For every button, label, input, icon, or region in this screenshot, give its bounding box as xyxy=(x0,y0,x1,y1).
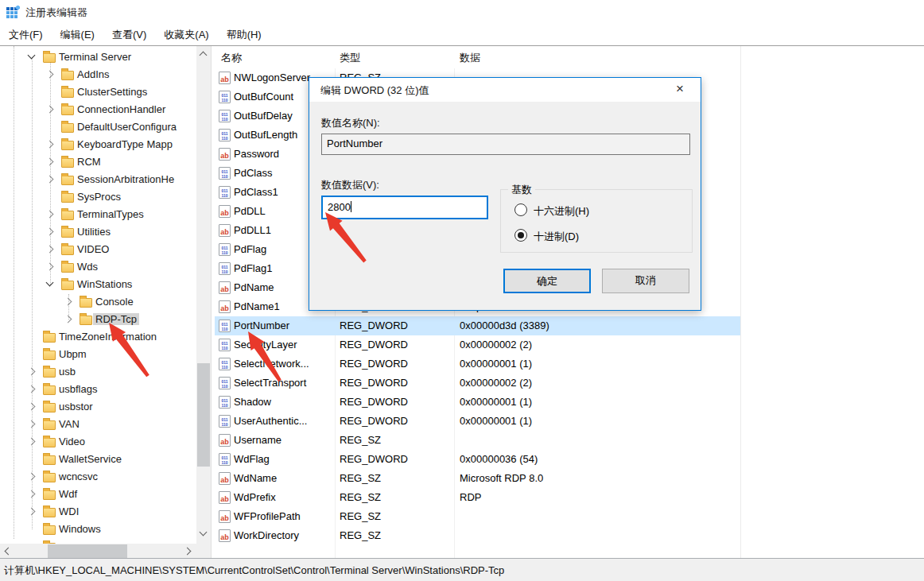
menu-item[interactable]: 查看(V) xyxy=(103,24,155,45)
tree-item-label[interactable]: Windows xyxy=(56,523,103,535)
value-data-field[interactable]: 2800 xyxy=(321,196,488,219)
tree-item-usbstor[interactable]: usbstor xyxy=(0,398,195,416)
table-row[interactable]: WFProfilePathREG_SZ xyxy=(215,507,741,526)
tree-item-label[interactable]: wcncsvc xyxy=(56,471,100,482)
tree-item-connectionhandler[interactable]: ConnectionHandler xyxy=(0,101,195,118)
tree-item-terminaltypes[interactable]: TerminalTypes xyxy=(0,206,195,223)
tree-item-wds[interactable]: Wds xyxy=(0,258,195,276)
table-row[interactable]: 011110SecurityLayerREG_DWORD0x00000002 (… xyxy=(215,335,741,354)
tree-item-label[interactable]: Ubpm xyxy=(56,348,89,360)
tree-item-label[interactable]: WDI xyxy=(56,505,81,517)
chevron-right-icon[interactable] xyxy=(28,490,36,498)
tree-item-label[interactable]: Wdf xyxy=(56,488,80,500)
tree-item-label[interactable]: Console xyxy=(93,296,136,308)
chevron-right-icon[interactable] xyxy=(28,420,36,428)
tree-item-label[interactable]: TerminalTypes xyxy=(75,208,146,220)
tree-horizontal-scrollbar[interactable] xyxy=(0,544,196,559)
tree-item-console[interactable]: Console xyxy=(0,293,195,311)
tree-item-addins[interactable]: AddIns xyxy=(0,66,195,83)
menu-item[interactable]: 帮助(H) xyxy=(218,24,270,45)
menu-item[interactable]: 收藏夹(A) xyxy=(155,24,217,45)
tree-item-rdp-tcp[interactable]: RDP-Tcp xyxy=(0,311,195,328)
table-row[interactable]: 011110WdFlagREG_DWORD0x00000036 (54) xyxy=(215,450,741,469)
tree-item-ubpm[interactable]: Ubpm xyxy=(0,346,195,363)
chevron-right-icon[interactable] xyxy=(46,71,54,79)
chevron-right-icon[interactable] xyxy=(64,316,72,323)
ok-button[interactable]: 确定 xyxy=(503,269,591,293)
chevron-right-icon[interactable] xyxy=(28,508,36,516)
tree-item-clustersettings[interactable]: ClusterSettings xyxy=(0,83,195,101)
tree-item-label[interactable]: RCM xyxy=(75,156,103,168)
table-row[interactable]: 011110ShadowREG_DWORD0x00000001 (1) xyxy=(215,393,741,412)
tree-item-label[interactable]: WinStations xyxy=(75,278,134,290)
chevron-right-icon[interactable] xyxy=(46,176,54,184)
tree-vertical-scrollbar[interactable] xyxy=(196,46,211,544)
tree-item-label[interactable]: Utilities xyxy=(75,226,113,238)
column-header-name[interactable]: 名称 xyxy=(221,51,242,65)
chevron-right-icon[interactable] xyxy=(46,263,54,271)
tree-item-rcm[interactable]: RCM xyxy=(0,153,195,171)
tree-item-windows[interactable]: Windows xyxy=(0,521,195,538)
chevron-down-icon[interactable] xyxy=(28,52,36,60)
value-name-field[interactable]: PortNumber xyxy=(321,134,690,155)
tree-item-label[interactable]: ConnectionHandler xyxy=(75,103,168,115)
tree-item-label[interactable]: AddIns xyxy=(75,68,111,80)
chevron-right-icon[interactable] xyxy=(28,473,36,481)
chevron-right-icon[interactable] xyxy=(46,211,54,219)
tree-item-wdi[interactable]: WDI xyxy=(0,503,195,521)
tree-item-label[interactable]: usb xyxy=(56,366,78,378)
chevron-right-icon[interactable] xyxy=(28,368,36,376)
tree-item-usb[interactable]: usb xyxy=(0,363,195,381)
table-row[interactable]: WdPrefixREG_SZRDP xyxy=(215,488,741,507)
chevron-right-icon[interactable] xyxy=(28,438,36,446)
tree-item-sysprocs[interactable]: SysProcs xyxy=(0,188,195,206)
tree-item-video[interactable]: Video xyxy=(0,433,195,451)
tree-item-label[interactable]: SysProcs xyxy=(75,191,123,203)
column-header-type[interactable]: 类型 xyxy=(340,51,360,65)
tree-item-label[interactable]: KeyboardType Mapp xyxy=(75,138,175,150)
tree-item-label[interactable]: Wds xyxy=(75,261,100,273)
scroll-down-icon[interactable] xyxy=(200,529,208,536)
table-row[interactable]: UsernameREG_SZ xyxy=(215,431,741,450)
tree-item-label[interactable]: VIDEO xyxy=(75,243,111,255)
menu-item[interactable]: 编辑(E) xyxy=(52,24,103,45)
chevron-right-icon[interactable] xyxy=(46,141,54,149)
close-icon[interactable]: × xyxy=(664,78,696,102)
table-row[interactable]: WorkDirectoryREG_SZ xyxy=(215,526,741,545)
table-row[interactable]: 011110SelectNetwork...REG_DWORD0x0000000… xyxy=(215,354,741,374)
table-row[interactable]: 011110UserAuthentic...REG_DWORD0x0000000… xyxy=(215,412,741,431)
chevron-right-icon[interactable] xyxy=(64,298,72,306)
tree-item-usbflags[interactable]: usbflags xyxy=(0,381,195,398)
table-row[interactable]: 011110SelectTransportREG_DWORD0x00000002… xyxy=(215,374,741,393)
tree-item-label[interactable]: usbflags xyxy=(56,383,99,395)
chevron-right-icon[interactable] xyxy=(28,385,36,393)
tree-item-label[interactable]: usbstor xyxy=(56,401,95,413)
tree-item-wcncsvc[interactable]: wcncsvc xyxy=(0,468,195,486)
table-row[interactable]: WdNameREG_SZMicrosoft RDP 8.0 xyxy=(215,469,741,488)
table-row[interactable]: 011110PortNumberREG_DWORD0x00000d3d (338… xyxy=(215,316,741,335)
tree-item-label[interactable]: ClusterSettings xyxy=(75,86,149,98)
tree-item-sessionarbitrationhe[interactable]: SessionArbitrationHe xyxy=(0,171,195,188)
tree-item-label[interactable]: Video xyxy=(56,436,87,447)
radio-button-checked-icon[interactable] xyxy=(514,229,527,242)
tree-item-utilities[interactable]: Utilities xyxy=(0,223,195,241)
chevron-down-icon[interactable] xyxy=(46,279,54,287)
menu-item[interactable]: 文件(F) xyxy=(0,24,52,45)
tree-item-wdf[interactable]: Wdf xyxy=(0,486,195,503)
cancel-button[interactable]: 取消 xyxy=(602,269,689,293)
tree-item-label[interactable]: WalletService xyxy=(56,453,124,465)
tree-item-timezoneinformation[interactable]: TimeZoneInformation xyxy=(0,328,195,346)
chevron-right-icon[interactable] xyxy=(28,403,36,411)
chevron-right-icon[interactable] xyxy=(46,228,54,236)
tree-hscroll-thumb[interactable] xyxy=(48,544,127,558)
tree-item-label[interactable]: VAN xyxy=(56,418,82,430)
tree-item-van[interactable]: VAN xyxy=(0,416,195,433)
tree-item-winstations[interactable]: WinStations xyxy=(0,276,195,293)
chevron-right-icon[interactable] xyxy=(46,158,54,166)
radio-button-icon[interactable] xyxy=(514,203,527,216)
tree-item-label[interactable]: DefaultUserConfigura xyxy=(75,121,179,133)
tree-vscroll-thumb[interactable] xyxy=(197,363,210,467)
column-header-data[interactable]: 数据 xyxy=(460,51,480,65)
tree-item-label[interactable]: TimeZoneInformation xyxy=(56,331,159,343)
scroll-left-icon[interactable] xyxy=(5,548,13,556)
